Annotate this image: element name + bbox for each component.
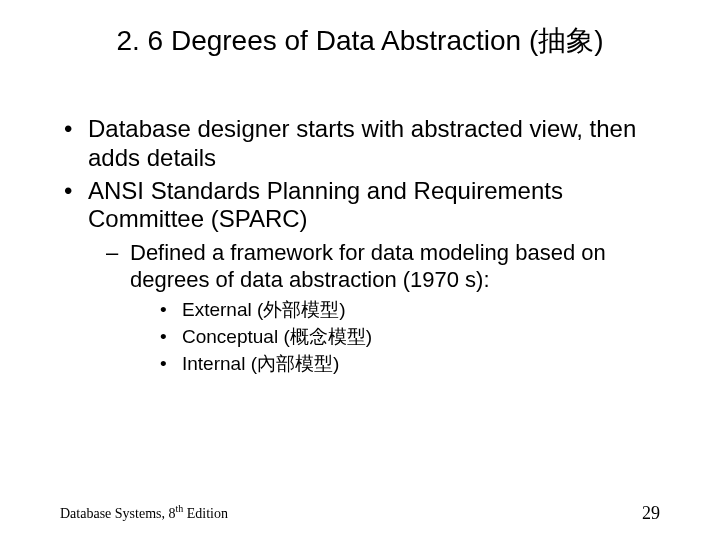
bullet-text: ANSI Standards Planning and Requirements… (88, 177, 563, 233)
bullet-item: Defined a framework for data modeling ba… (88, 240, 660, 375)
bullet-item: External (外部模型) (130, 299, 660, 322)
slide-title: 2. 6 Degrees of Data Abstraction (抽象) (0, 22, 720, 60)
bullet-text: Defined a framework for data modeling ba… (130, 240, 606, 291)
bullet-text: Database designer starts with abstracted… (88, 115, 636, 171)
footer-book-prefix: Database Systems, 8 (60, 506, 175, 521)
bullet-item: Database designer starts with abstracted… (60, 115, 660, 173)
slide-body: Database designer starts with abstracted… (60, 115, 660, 379)
bullet-text: Conceptual (概念模型) (182, 326, 372, 347)
bullet-item: ANSI Standards Planning and Requirements… (60, 177, 660, 376)
footer-book: Database Systems, 8th Edition (60, 503, 228, 522)
bullet-text: External (外部模型) (182, 299, 346, 320)
bullet-list-level1: Database designer starts with abstracted… (60, 115, 660, 375)
bullet-list-level2: Defined a framework for data modeling ba… (88, 240, 660, 375)
slide: 2. 6 Degrees of Data Abstraction (抽象) Da… (0, 0, 720, 540)
page-number: 29 (642, 503, 660, 524)
bullet-text: Internal (內部模型) (182, 353, 339, 374)
footer-book-suffix: Edition (183, 506, 228, 521)
bullet-item: Conceptual (概念模型) (130, 326, 660, 349)
bullet-list-level3: External (外部模型) Conceptual (概念模型) Intern… (130, 299, 660, 375)
bullet-item: Internal (內部模型) (130, 353, 660, 376)
